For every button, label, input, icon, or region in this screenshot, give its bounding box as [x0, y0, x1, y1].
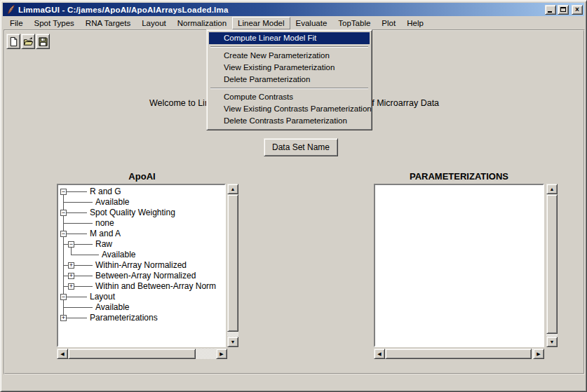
menu-toptable[interactable]: TopTable — [332, 17, 376, 29]
tree-line — [67, 212, 87, 213]
expand-box-icon[interactable]: + — [68, 262, 74, 269]
menu-item-view-existing-parameterization[interactable]: View Existing Parameterization — [209, 62, 370, 74]
tree-node-layout[interactable]: −Layout — [58, 292, 224, 302]
expand-box-icon[interactable]: + — [60, 315, 67, 321]
menu-item-compute-linear-model-fit[interactable]: Compute Linear Model Fit — [209, 32, 370, 44]
tree-node-label: Available — [102, 250, 135, 260]
tree-line — [63, 250, 64, 260]
menu-help[interactable]: Help — [401, 17, 429, 29]
title-bar[interactable]: LimmaGUI - C:/james/ApoAI/ApoAIArraysLoa… — [3, 3, 584, 16]
tree-line — [63, 202, 93, 203]
scroll-down-button[interactable]: ▼ — [227, 337, 238, 347]
scroll-left-button[interactable]: ◀ — [374, 349, 385, 359]
tree-node-m-and-a[interactable]: −M and A — [58, 229, 224, 239]
menu-file[interactable]: File — [4, 17, 29, 29]
arrow-up-icon: ▲ — [231, 187, 236, 191]
tree-node-label: none — [95, 218, 114, 229]
tree-node-raw[interactable]: −Raw — [58, 239, 224, 250]
tree-node-r-and-g[interactable]: −R and G — [58, 187, 224, 197]
scroll-down-button[interactable]: ▼ — [546, 337, 558, 347]
arrow-left-icon: ◀ — [60, 351, 64, 356]
new-file-button[interactable] — [6, 34, 20, 49]
minimize-icon — [548, 11, 552, 13]
horizontal-scroll-thumb[interactable] — [68, 349, 196, 359]
arrow-down-icon: ▼ — [231, 339, 236, 344]
parameterizations-listbox[interactable] — [374, 184, 544, 347]
menu-rna-targets[interactable]: RNA Targets — [80, 17, 136, 29]
close-icon: × — [575, 6, 579, 13]
new-document-icon — [8, 36, 19, 47]
menu-layout[interactable]: Layout — [136, 17, 172, 29]
parameterizations-horizontal-scrollbar: ◀ ▶ — [374, 349, 544, 359]
tree-node-label: Within-Array Normalized — [95, 260, 187, 271]
tree-node-available[interactable]: Available — [58, 302, 224, 313]
tree-node-none[interactable]: none — [58, 218, 224, 229]
tree-node-label: Available — [95, 197, 129, 208]
tree-node-available[interactable]: Available — [58, 197, 224, 208]
scroll-up-button[interactable]: ▲ — [546, 184, 558, 194]
menu-item-view-existing-contrasts-parameterization[interactable]: View Existing Contrasts Parameterization — [209, 103, 370, 115]
tree-node-label: Available — [95, 302, 129, 313]
collapse-box-icon[interactable]: − — [60, 189, 67, 195]
scroll-right-button[interactable]: ▶ — [533, 349, 544, 359]
tree-line — [63, 223, 93, 224]
apoai-header: ApoAI — [57, 171, 227, 182]
menu-item-compute-contrasts[interactable]: Compute Contrasts — [209, 91, 370, 103]
horizontal-scroll-thumb[interactable] — [385, 349, 532, 359]
tree-node-available[interactable]: Available — [58, 250, 224, 260]
open-file-button[interactable] — [21, 34, 35, 49]
minimize-button[interactable] — [545, 5, 556, 15]
tree-line — [74, 286, 93, 287]
window-title: LimmaGUI - C:/james/ApoAI/ApoAIArraysLoa… — [18, 6, 229, 14]
apoai-tree-listbox[interactable]: −R and GAvailable−Spot Quality Weighting… — [57, 184, 226, 347]
menu-normalization[interactable]: Normalization — [172, 17, 232, 29]
arrow-up-icon: ▲ — [550, 187, 555, 191]
tree-node-label: Between-Array Normalized — [95, 271, 196, 281]
open-folder-icon — [23, 36, 34, 47]
scroll-up-button[interactable]: ▲ — [227, 184, 238, 194]
parameterizations-header: PARAMETERIZATIONS — [374, 171, 544, 182]
menubar: FileSpot TypesRNA TargetsLayoutNormaliza… — [3, 16, 584, 29]
menu-separator — [210, 46, 368, 48]
maximize-icon — [560, 7, 566, 12]
scroll-right-button[interactable]: ▶ — [216, 349, 227, 359]
collapse-box-icon[interactable]: − — [60, 210, 67, 216]
expand-box-icon[interactable]: + — [68, 283, 74, 290]
tree-node-parameterizations[interactable]: +Parameterizations — [58, 313, 224, 323]
tree-node-within-and-between-array-norm[interactable]: +Within and Between-Array Norm — [58, 281, 224, 292]
tree-line — [67, 297, 87, 297]
collapse-box-icon[interactable]: − — [60, 231, 67, 237]
tree-line — [67, 234, 87, 234]
linear-model-dropdown: Compute Linear Model FitCreate New Param… — [206, 29, 372, 130]
menu-item-delete-parameterization[interactable]: Delete Parameterization — [209, 74, 370, 86]
expand-box-icon[interactable]: + — [68, 273, 74, 279]
tree-line — [74, 276, 93, 276]
collapse-box-icon[interactable]: − — [60, 294, 67, 300]
tree-node-label: Layout — [90, 292, 115, 302]
tree-node-between-array-normalized[interactable]: +Between-Array Normalized — [58, 271, 224, 281]
tree-line — [63, 307, 93, 308]
vertical-scroll-thumb[interactable] — [227, 194, 238, 332]
save-file-button[interactable] — [36, 34, 50, 49]
menu-item-delete-contrasts-parameterization[interactable]: Delete Contrasts Parameterization — [209, 115, 370, 127]
tree-node-spot-quality-weighting[interactable]: −Spot Quality Weighting — [58, 208, 224, 218]
menu-linear-model[interactable]: Linear Model — [232, 17, 290, 29]
collapse-box-icon[interactable]: − — [68, 241, 74, 248]
tree-node-label: R and G — [90, 187, 121, 197]
tree-line — [67, 191, 87, 192]
tree-node-label: Spot Quality Weighting — [90, 208, 175, 218]
menu-item-create-new-parameterization[interactable]: Create New Parameterization — [209, 50, 370, 62]
menu-evaluate[interactable]: Evaluate — [290, 17, 333, 29]
tree-node-within-array-normalized[interactable]: +Within-Array Normalized — [58, 260, 224, 271]
close-button[interactable]: × — [572, 5, 583, 15]
limmagui-window: LimmaGUI - C:/james/ApoAI/ApoAIArraysLoa… — [0, 0, 587, 392]
menu-plot[interactable]: Plot — [376, 17, 401, 29]
tree-line — [74, 265, 93, 266]
arrow-right-icon: ▶ — [537, 351, 540, 356]
tree-line — [74, 244, 93, 245]
data-set-name-button[interactable]: Data Set Name — [264, 138, 338, 156]
maximize-button[interactable] — [558, 5, 569, 15]
menu-spot-types[interactable]: Spot Types — [29, 17, 80, 29]
scroll-left-button[interactable]: ◀ — [57, 349, 68, 359]
vertical-scroll-thumb[interactable] — [546, 194, 558, 334]
